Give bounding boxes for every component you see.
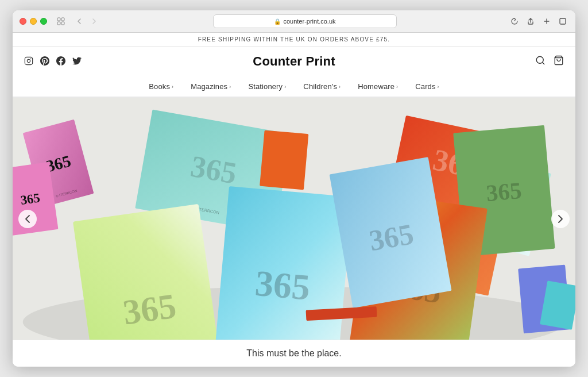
svg-rect-4 [560, 18, 566, 24]
header-actions [535, 55, 564, 68]
nav-item-cards[interactable]: Cards › [415, 82, 439, 91]
nav-stationery-label: Stationery [248, 82, 283, 91]
nav-item-childrens[interactable]: Children's › [303, 82, 341, 91]
svg-rect-27 [260, 130, 308, 190]
site-header: Counter Print [13, 47, 575, 98]
nav-stationery-arrow: › [284, 84, 286, 90]
svg-rect-2 [57, 22, 60, 25]
instagram-icon[interactable] [24, 56, 33, 67]
svg-rect-1 [61, 18, 64, 21]
nav-childrens-arrow: › [339, 84, 341, 90]
svg-point-6 [27, 59, 30, 62]
twitter-icon[interactable] [72, 56, 82, 67]
svg-text:365: 365 [485, 177, 523, 206]
lock-icon: 🔒 [274, 18, 281, 25]
announcement-text: FREE SHIPPING WITHIN THE UK ON ORDERS AB… [198, 36, 390, 43]
hero-caption-text: This must be the place. [246, 348, 341, 358]
nav-homeware-label: Homeware [358, 82, 394, 91]
svg-text:365: 365 [254, 263, 312, 308]
svg-rect-5 [25, 57, 32, 64]
site-nav: Books › Magazines › Stationery › Childre… [13, 76, 575, 97]
svg-text:365: 365 [20, 190, 41, 207]
cart-button[interactable] [554, 55, 564, 68]
browser-chrome: 🔒 counter-print.co.uk [13, 10, 575, 33]
nav-books-arrow: › [172, 84, 173, 90]
traffic-lights [20, 18, 47, 25]
window-icon[interactable] [55, 16, 67, 27]
nav-item-stationery[interactable]: Stationery › [248, 82, 286, 91]
nav-books-label: Books [149, 82, 170, 91]
social-icons [24, 56, 82, 67]
url-text: counter-print.co.uk [283, 18, 335, 25]
facebook-icon[interactable] [56, 56, 65, 67]
nav-item-magazines[interactable]: Magazines › [191, 82, 231, 91]
maximize-button[interactable] [40, 18, 47, 25]
refresh-button[interactable] [509, 16, 520, 27]
share-button[interactable] [525, 16, 536, 27]
search-button[interactable] [535, 55, 546, 68]
back-button[interactable] [72, 14, 86, 28]
hero-svg: 365 ® ITERRCON 365 365 ® ITERRCON [13, 98, 575, 340]
hero-image: 365 ® ITERRCON 365 365 ® ITERRCON [13, 98, 575, 340]
fullscreen-button[interactable] [557, 16, 568, 27]
address-bar[interactable]: 🔒 counter-print.co.uk [213, 14, 397, 28]
nav-cards-label: Cards [415, 82, 435, 91]
svg-rect-3 [61, 22, 64, 25]
browser-titlebar: 🔒 counter-print.co.uk [13, 10, 575, 32]
close-button[interactable] [20, 18, 26, 25]
new-tab-button[interactable] [541, 16, 552, 27]
nav-item-books[interactable]: Books › [149, 82, 173, 91]
address-bar-container: 🔒 counter-print.co.uk [107, 14, 503, 28]
announcement-bar: FREE SHIPPING WITHIN THE UK ON ORDERS AB… [13, 33, 575, 47]
header-main: Counter Print [13, 47, 575, 76]
svg-point-7 [30, 59, 31, 59]
browser-window: 🔒 counter-print.co.uk [13, 10, 575, 367]
browser-actions [55, 16, 67, 27]
nav-cards-arrow: › [438, 84, 439, 90]
pinterest-icon[interactable] [40, 56, 49, 67]
browser-right-actions [509, 16, 568, 27]
carousel-prev-button[interactable] [18, 210, 37, 228]
nav-childrens-label: Children's [303, 82, 337, 91]
forward-button[interactable] [87, 14, 101, 28]
svg-text:365: 365 [121, 286, 179, 332]
nav-item-homeware[interactable]: Homeware › [358, 82, 398, 91]
website: FREE SHIPPING WITHIN THE UK ON ORDERS AB… [13, 33, 575, 367]
nav-magazines-arrow: › [229, 84, 231, 90]
svg-rect-0 [57, 18, 60, 21]
nav-buttons [72, 14, 101, 28]
nav-magazines-label: Magazines [191, 82, 227, 91]
minimize-button[interactable] [30, 18, 37, 25]
nav-homeware-arrow: › [396, 84, 398, 90]
hero-caption: This must be the place. [13, 340, 575, 367]
site-title[interactable]: Counter Print [253, 54, 335, 69]
hero-container: 365 ® ITERRCON 365 365 ® ITERRCON [13, 98, 575, 340]
carousel-next-button[interactable] [551, 210, 570, 228]
